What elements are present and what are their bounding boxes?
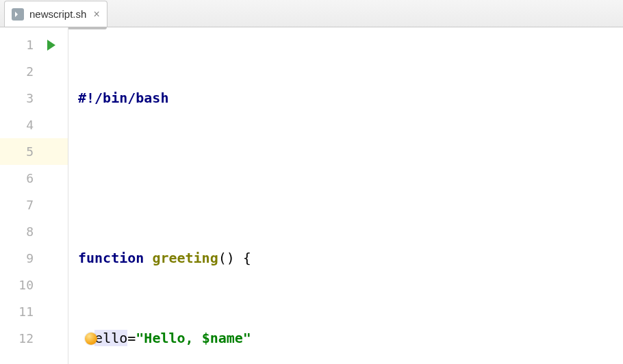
svg-marker-0 [15,12,18,17]
line-number: 12 [0,325,68,352]
gutter: 1 2 3 4 5 6 7 8 9 10 11 12 [0,27,68,364]
code-line[interactable]: #!/bin/bash [68,85,623,112]
line-number: 11 [0,298,68,325]
close-tab-icon[interactable]: × [93,8,99,21]
file-tab[interactable]: newscript.sh × [4,1,107,27]
line-number: 2 [0,58,68,85]
run-gutter-icon[interactable] [47,40,55,51]
code-line[interactable]: function greeting() { [68,245,623,272]
punct: () { [218,250,251,266]
var-assign: ello [94,330,127,346]
string: "Hello, $name" [136,330,251,346]
line-number: 3 [0,85,68,112]
shebang: #!/bin/bash [78,90,168,106]
line-number: 8 [0,218,68,245]
line-number: 10 [0,272,68,298]
line-number: 5 [0,138,68,165]
tab-bar: newscript.sh × [0,0,623,27]
keyword-function: function [78,250,144,266]
code-area[interactable]: #!/bin/bash function greeting() { ello="… [68,27,623,364]
tab-filename: newscript.sh [29,8,86,20]
intention-bulb-icon[interactable] [85,333,97,345]
line-number: 9 [0,245,68,272]
code-line[interactable] [68,165,623,192]
function-name: greeting [152,250,218,266]
code-line[interactable]: ello="Hello, $name" [68,325,623,352]
editor[interactable]: 1 2 3 4 5 6 7 8 9 10 11 12 #!/bin/bash f… [0,27,623,364]
line-number: 1 [0,31,68,58]
line-number: 6 [0,165,68,192]
shell-file-icon [12,8,24,21]
equals: = [127,330,136,346]
line-number: 7 [0,192,68,218]
line-number: 4 [0,112,68,138]
